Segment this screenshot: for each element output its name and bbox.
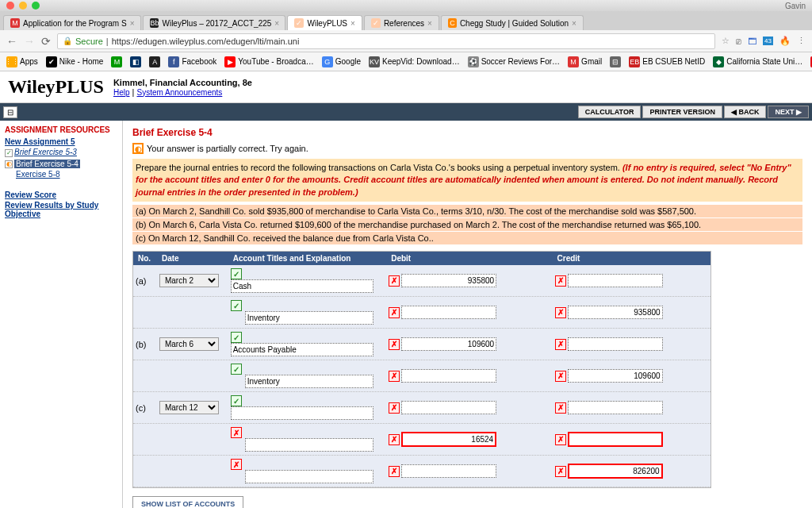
x-icon: ✗ [555, 434, 566, 445]
bookmark-icon: ✔ [46, 56, 57, 67]
bookmark-item[interactable]: ▶YouTube - Broadca… [224, 56, 313, 67]
journal-row: ✗✗✗ [133, 424, 710, 456]
help-link[interactable]: Help [113, 88, 130, 97]
sidebar-item-ex54[interactable]: Brief Exercise 5-4 [14, 160, 80, 168]
account-input[interactable] [245, 375, 373, 388]
bookmark-icon: ◧ [130, 56, 141, 67]
sidebar-item-ex58[interactable]: Exercise 5-8 [16, 170, 60, 179]
close-window-icon[interactable] [6, 2, 14, 10]
account-input[interactable] [231, 406, 373, 420]
credit-input[interactable] [568, 306, 663, 319]
browser-tab[interactable]: CChegg Study | Guided Solution× [441, 15, 584, 30]
browser-tab[interactable]: ✓WileyPLUS× [287, 15, 362, 30]
credit-input[interactable] [568, 432, 663, 447]
x-icon: ✗ [389, 339, 400, 350]
bookmark-item[interactable]: A [149, 56, 160, 67]
date-select[interactable]: March 6 [159, 337, 219, 351]
browser-tab[interactable]: MApplication for the Program S× [3, 15, 141, 30]
favicon-icon: ✓ [371, 18, 381, 28]
calculator-button[interactable]: CALCULATOR [578, 106, 642, 118]
account-input[interactable] [245, 470, 373, 483]
profile-name[interactable]: Gavin [785, 2, 806, 10]
exercise-title: Brief Exercise 5-4 [132, 127, 802, 138]
date-select[interactable]: March 2 [159, 274, 219, 287]
close-tab-icon[interactable]: × [130, 19, 135, 28]
sidebar-item-ex53[interactable]: Brief Exercise 5-3 [14, 148, 77, 156]
credit-input[interactable] [568, 401, 663, 414]
favicon-icon: C [448, 18, 457, 28]
debit-input[interactable] [401, 401, 496, 414]
account-input[interactable] [231, 279, 373, 293]
bookmark-item[interactable]: ⊟ [610, 56, 621, 67]
journal-row: (a)March 2✓✗✗ [133, 265, 710, 297]
maximize-window-icon[interactable] [32, 2, 40, 10]
instructions: Prepare the journal entries to record th… [132, 159, 802, 202]
debit-input[interactable] [401, 337, 496, 351]
debit-input[interactable] [401, 464, 496, 478]
credit-input[interactable] [568, 464, 663, 479]
account-input[interactable] [245, 438, 373, 452]
menu-icon[interactable]: ⋮ [797, 36, 806, 46]
credit-input[interactable] [568, 369, 663, 383]
account-input[interactable] [245, 311, 373, 325]
close-tab-icon[interactable]: × [427, 19, 432, 28]
forward-icon[interactable]: → [24, 35, 35, 48]
show-accounts-button[interactable]: SHOW LIST OF ACCOUNTS [132, 496, 243, 508]
col-debit: Debit [386, 252, 552, 265]
col-credit: Credit [553, 252, 710, 265]
close-tab-icon[interactable]: × [572, 19, 576, 28]
bookmark-item[interactable]: fFacebook [168, 56, 216, 67]
date-select[interactable]: March 12 [159, 401, 219, 414]
journal-table: No. Date Account Titles and Explanation … [132, 251, 711, 488]
credit-input[interactable] [568, 337, 663, 351]
bookmark-item[interactable]: EBEB CSUEB NetID [629, 56, 705, 67]
sys-announce-link[interactable]: System Announcements [136, 88, 222, 97]
account-input[interactable] [231, 343, 373, 356]
content-area: Brief Exercise 5-4 ◐ Your answer is part… [123, 121, 812, 508]
cast-icon[interactable]: ⎚ [736, 37, 741, 46]
debit-input[interactable] [401, 369, 496, 383]
bookmark-item[interactable]: ◆California State Uni… [713, 56, 802, 67]
back-button[interactable]: ◀ BACK [724, 106, 767, 118]
bookmark-item[interactable]: ✔Nike - Home [46, 56, 104, 67]
star-icon[interactable]: ☆ [722, 36, 730, 46]
bookmark-item[interactable]: ⋮⋮Apps [6, 56, 38, 67]
new-assignment-link[interactable]: New Assignment 5 [5, 137, 117, 146]
bookmark-item[interactable]: ◧ [130, 56, 141, 67]
x-icon: ✗ [555, 466, 566, 477]
reload-icon[interactable]: ⟳ [41, 35, 51, 48]
browser-tab[interactable]: ✓References× [364, 15, 439, 30]
bookmark-item[interactable]: M [111, 56, 122, 67]
x-icon: ✗ [231, 427, 242, 438]
check-icon: ✓ [231, 332, 242, 343]
bookmark-item[interactable]: KVKeepVid: Download… [369, 56, 460, 67]
minimize-window-icon[interactable] [19, 2, 27, 10]
bookmark-item[interactable]: MGmail [568, 56, 602, 67]
review-score-link[interactable]: Review Score [5, 190, 117, 199]
bookmarks-bar: ⋮⋮Apps✔Nike - HomeM◧AfFacebook▶YouTube -… [0, 52, 812, 71]
back-icon[interactable]: ← [6, 35, 17, 48]
bookmark-icon: ⚽ [468, 56, 479, 67]
ext-icon-3[interactable]: 🔥 [779, 36, 791, 46]
close-tab-icon[interactable]: × [274, 19, 279, 28]
x-icon: ✗ [555, 402, 566, 414]
browser-tab[interactable]: BbWileyPlus – 20172_ACCT_225× [143, 15, 285, 30]
credit-input[interactable] [568, 274, 663, 287]
url-input[interactable]: 🔒 Secure | https://edugen.wileyplus.com/… [57, 33, 715, 49]
bookmark-item[interactable]: ⚽Soccer Reviews For… [468, 56, 560, 67]
next-button[interactable]: NEXT ▶ [768, 106, 809, 118]
debit-input[interactable] [401, 432, 496, 447]
debit-input[interactable] [401, 306, 496, 319]
sidebar-heading: ASSIGNMENT RESOURCES [5, 125, 117, 134]
review-results-link[interactable]: Review Results by Study Objective [5, 201, 117, 218]
debit-input[interactable] [401, 274, 496, 287]
ext-icon[interactable]: 🗔 [748, 37, 756, 46]
toolbar-left-icon[interactable]: ⊟ [3, 106, 17, 118]
printer-button[interactable]: PRINTER VERSION [642, 106, 722, 118]
journal-row: ✗✗✗ [133, 456, 710, 487]
ext-icon-2[interactable]: 43 [763, 37, 773, 45]
close-tab-icon[interactable]: × [350, 19, 355, 28]
sub-instruction-b: (b) On March 6, Carla Vista Co. returned… [132, 218, 802, 231]
bookmark-item[interactable]: GGoogle [322, 56, 361, 67]
col-acct: Account Titles and Explanation [228, 252, 386, 265]
